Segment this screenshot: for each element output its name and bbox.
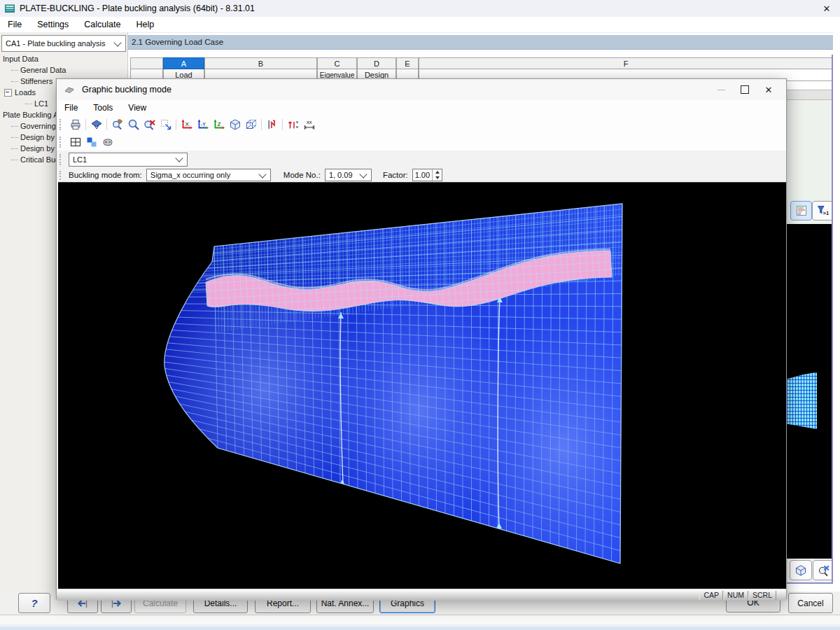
chevron-down-icon [175,154,183,162]
minimize-icon [718,90,725,90]
filter-button[interactable]: >1 [812,201,834,220]
zoom-cancel-icon [818,564,830,577]
column-header-a[interactable]: A [163,57,204,69]
numbering-button[interactable] [285,118,301,132]
mode-no-select[interactable]: 1, 0.09 [325,169,372,181]
maximize-button[interactable] [733,79,757,100]
main-titlebar: PLATE-BUCKLING - Plate buckling analysis… [0,0,840,18]
spin-down-icon[interactable] [433,175,442,181]
view-x-button[interactable]: X [178,118,195,132]
menu-settings[interactable]: Settings [29,17,76,32]
svg-text:>1: >1 [823,210,830,216]
dialog-menubar: File Tools View [57,100,786,116]
print-button[interactable] [67,118,83,132]
dialog-title: Graphic buckling mode [82,85,172,94]
table-corner-cell [130,57,163,69]
toolbar-grip [59,119,64,130]
dialog-menu-view[interactable]: View [120,100,154,115]
zoom-in-button[interactable] [125,118,141,132]
numbering-icon [287,118,300,131]
num-lock-indicator: NUM [723,591,748,600]
dialog-close-button[interactable]: ✕ [757,79,780,100]
zoom-in-icon [127,118,140,131]
view-x-icon: X [181,118,193,131]
dialog-menu-tools[interactable]: Tools [85,100,120,115]
column-header-b[interactable]: B [204,57,317,69]
dimensions-button[interactable]: xx [301,118,317,132]
svg-text:xx: xx [307,119,312,125]
main-menubar: File Settings Calculate Help [0,17,840,33]
cancel-button[interactable]: Cancel [788,593,833,613]
table-grid-icon [69,136,82,148]
mouse-icon [102,136,114,148]
app-icon [4,3,15,14]
toolbar-grip [59,136,64,148]
zoom-pan-button[interactable] [109,118,125,132]
right-margin [833,32,840,592]
dialog-toolbar-view [57,134,786,151]
rendering-button[interactable] [99,135,115,149]
column-header-f[interactable]: F [419,57,833,69]
dialog-menu-file[interactable]: File [57,100,85,115]
table-view-button[interactable] [67,135,83,149]
svg-text:-Y: -Y [201,122,206,127]
menu-file[interactable]: File [0,17,29,32]
menu-calculate[interactable]: Calculate [76,17,128,32]
panels-toggle-button[interactable] [83,135,99,149]
help-button[interactable]: ? [18,593,50,613]
buckling-mode-select[interactable]: Sigma_x occurring only [146,169,271,181]
main-close-button[interactable]: ✕ [813,0,840,17]
buckling-mode-row: Buckling mode from: Sigma_x occurring on… [57,168,786,182]
results-panel-button[interactable] [790,201,812,220]
close-icon: ✕ [765,85,773,95]
load-case-selector[interactable]: LC1 [69,153,188,167]
zoom-cancel-icon [144,118,156,131]
table-section-title: 2.1 Governing Load Case [132,38,223,46]
graphic-window-icon [64,84,75,95]
tree-item-input-data[interactable]: Input Data [0,53,127,64]
mesh-points-button[interactable] [158,118,174,132]
spin-up-icon[interactable] [433,169,442,175]
dimensions-icon: xx [302,118,316,131]
dialog-titlebar[interactable]: Graphic buckling mode ✕ [57,79,786,101]
mesh-points-icon [160,118,172,131]
dialog-status-bar: CAP NUM SCRL [57,589,786,601]
display-properties-button[interactable] [88,118,104,132]
perspective-view-button[interactable] [243,118,259,132]
result-values-icon [266,118,279,131]
view-y-icon: -Y [197,118,209,131]
isometric-view-button[interactable] [227,118,243,132]
result-values-button[interactable] [264,118,280,132]
background-mesh-fragment [787,371,817,429]
minimize-button [709,79,733,100]
collapse-icon[interactable] [4,89,12,97]
panel-border-bottom [787,582,833,584]
panels-icon [85,136,98,148]
buckling-mode-viewport[interactable] [58,182,786,589]
main-window-title: PLATE-BUCKLING - Plate buckling analysis… [20,4,255,13]
view-y-button[interactable]: -Y [195,118,211,132]
caps-lock-indicator: CAP [699,591,723,600]
zoom-cancel-button[interactable] [141,118,158,132]
view-z-button[interactable]: Z [211,118,227,132]
view-z-icon: Z [213,118,225,131]
table-section-header: 2.1 Governing Load Case [127,35,833,50]
isometric-view-button[interactable] [790,560,812,580]
perspective-cube-icon [245,118,258,131]
zoom-pan-icon [111,118,124,131]
factor-spinner[interactable]: 1.00 [412,169,442,181]
chevron-down-icon [258,170,266,178]
svg-text:Z: Z [217,121,220,127]
scroll-lock-indicator: SCRL [748,591,776,600]
column-header-d[interactable]: D [357,57,396,69]
chevron-down-icon [359,170,367,178]
case-selector[interactable]: CA1 - Plate buckling analysis [1,35,126,52]
column-header-c[interactable]: C [317,57,357,69]
buckling-mode-label: Buckling mode from: [69,171,142,179]
menu-help[interactable]: Help [128,17,162,32]
tree-item-general-data[interactable]: General Data [0,64,127,76]
load-case-row: LC1 [57,150,786,169]
column-header-e[interactable]: E [396,57,419,69]
help-icon: ? [31,597,37,609]
print-icon [69,118,82,131]
